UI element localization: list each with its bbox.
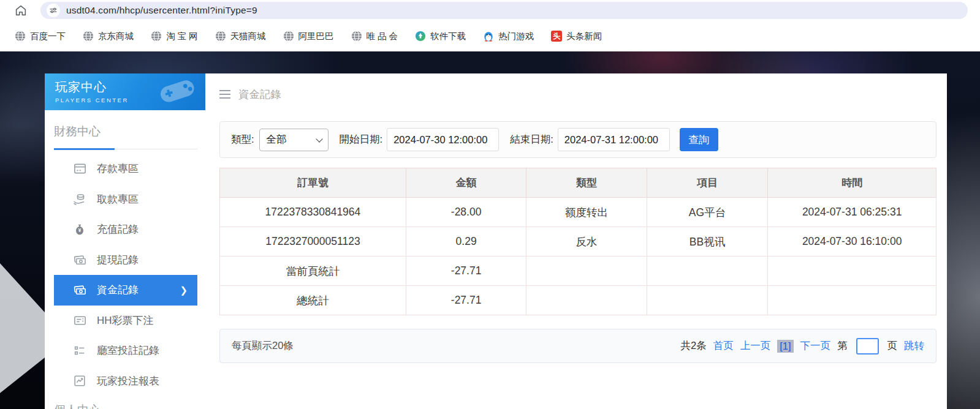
bookmark-item[interactable]: 京东商城 xyxy=(74,27,142,45)
svg-text:¥: ¥ xyxy=(78,228,82,233)
query-button[interactable]: 查詢 xyxy=(680,128,718,151)
end-date-label: 結束日期: xyxy=(510,133,553,146)
bookmark-label: 天猫商城 xyxy=(230,31,266,42)
checklist-icon xyxy=(72,343,87,358)
site-settings-icon[interactable] xyxy=(47,4,60,17)
bookmark-label: 热门游戏 xyxy=(498,31,534,42)
bookmark-label: 软件下载 xyxy=(430,31,466,42)
globe-icon xyxy=(83,31,94,42)
first-page-link[interactable]: 首页 xyxy=(713,339,734,353)
bookmark-label: 京东商城 xyxy=(98,31,134,42)
bookmark-label: 百度一下 xyxy=(30,31,66,42)
table-row: 17223270000511230.29反水BB视讯2024-07-30 16:… xyxy=(220,227,936,257)
table-cell: 额度转出 xyxy=(526,198,647,227)
page-background: 玩家中心 PLAYERS CENTER 財務中心 xyxy=(0,51,980,409)
bookmark-item[interactable]: 天猫商城 xyxy=(207,27,275,45)
jump-page-input[interactable] xyxy=(856,338,879,355)
table-cell: 反水 xyxy=(526,227,647,257)
sidebar-item-label: 資金記錄 xyxy=(97,283,139,297)
sidebar-item-hall-bet-log[interactable]: 廳室投註記錄 xyxy=(54,336,197,366)
sidebar-item-hh-lottery-bet[interactable]: HH彩票下注 xyxy=(54,306,197,336)
jump-prefix-label: 第 xyxy=(837,339,848,353)
next-page-link[interactable]: 下一页 xyxy=(800,339,831,353)
report-chart-icon xyxy=(72,373,87,388)
sidebar-next-section-clipped: 個人中心 xyxy=(54,402,197,409)
deposit-card-icon xyxy=(72,162,87,176)
jump-link[interactable]: 跳转 xyxy=(904,339,924,353)
globe-icon xyxy=(151,31,162,42)
sidebar-item-withdraw-zone[interactable]: 取款專區 xyxy=(54,184,197,215)
bookmark-item[interactable]: 软件下载 xyxy=(406,27,474,45)
globe-icon xyxy=(283,31,294,42)
prev-page-link[interactable]: 上一页 xyxy=(740,339,771,353)
column-header: 金額 xyxy=(406,168,526,198)
sidebar-item-player-report[interactable]: 玩家投注報表 xyxy=(54,366,197,397)
home-icon[interactable] xyxy=(13,3,28,18)
main-area: 資金記錄 類型: 全部 開始日期: 結束日期: 查詢 訂單號金額類型項目時間17… xyxy=(205,73,953,409)
bookmark-label: 头条新闻 xyxy=(566,31,602,42)
table-cell: -27.71 xyxy=(406,257,526,286)
table-cell: 1722327000051123 xyxy=(220,227,406,257)
bookmark-item[interactable]: 热门游戏 xyxy=(474,27,542,45)
table-cell xyxy=(768,257,936,286)
bookmark-item[interactable]: 唯 品 会 xyxy=(343,27,407,45)
bookmark-label: 唯 品 会 xyxy=(367,31,398,42)
funds-icon xyxy=(72,283,87,298)
table-row: 1722378330841964-28.00额度转出AG平台2024-07-31… xyxy=(220,198,936,227)
start-date-label: 開始日期: xyxy=(340,133,383,146)
type-label: 類型: xyxy=(231,133,254,146)
bookmark-label: 阿里巴巴 xyxy=(298,31,334,42)
sidebar-item-label: 取款專區 xyxy=(97,192,139,206)
sidebar-item-label: 玩家投注報表 xyxy=(97,374,159,388)
toutiao-icon: 头 xyxy=(551,31,562,42)
bookmark-item[interactable]: 阿里巴巴 xyxy=(275,27,343,45)
funds-record-table: 訂單號金額類型項目時間1722378330841964-28.00额度转出AG平… xyxy=(219,168,936,315)
sidebar-item-deposit-zone[interactable]: 存款專區 xyxy=(54,154,197,184)
table-cell xyxy=(647,286,768,315)
table-cell: AG平台 xyxy=(647,198,768,227)
table-cell xyxy=(768,286,936,315)
url-text: usdt04.com/hhcp/usercenter.html?iniType=… xyxy=(66,5,257,16)
table-cell: 2024-07-30 16:10:00 xyxy=(768,227,936,257)
globe-icon xyxy=(351,31,362,42)
table-cell: 總統計 xyxy=(220,286,406,315)
sidebar-item-label: HH彩票下注 xyxy=(97,313,154,328)
sidebar-item-label: 充值記錄 xyxy=(97,222,139,236)
software-download-icon xyxy=(415,31,426,42)
bookmark-item[interactable]: 淘 宝 网 xyxy=(142,27,207,45)
table-cell: 0.29 xyxy=(406,227,526,257)
section-underline xyxy=(54,148,197,149)
total-count-text: 共2条 xyxy=(680,339,706,353)
bookmarks-bar: 百度一下京东商城淘 宝 网天猫商城阿里巴巴唯 品 会软件下载热门游戏头头条新闻 xyxy=(0,21,980,51)
end-date-input[interactable] xyxy=(558,128,670,151)
table-cell: BB视讯 xyxy=(647,227,768,257)
table-row: 總統計-27.71 xyxy=(220,286,936,315)
page-title: 資金記錄 xyxy=(238,87,281,102)
table-cell xyxy=(526,257,647,286)
globe-icon xyxy=(215,31,226,42)
sidebar-item-recharge-log[interactable]: ¥充值記錄 xyxy=(54,214,197,245)
table-cell: 當前頁統計 xyxy=(220,257,406,286)
sidebar-item-withdraw-log[interactable]: 提現記錄 xyxy=(54,245,197,276)
table-cell: 1722378330841964 xyxy=(220,198,406,227)
column-header: 訂單號 xyxy=(220,168,406,198)
page-size-text: 每頁顯示20條 xyxy=(232,339,294,353)
table-cell: -28.00 xyxy=(406,198,526,227)
penguin-icon xyxy=(483,31,494,42)
bookmark-item[interactable]: 头头条新闻 xyxy=(542,27,610,45)
pagination-bar: 每頁顯示20條 共2条 首页 上一页 [1] 下一页 第 页 跳转 xyxy=(219,329,936,363)
bookmark-label: 淘 宝 网 xyxy=(166,31,198,42)
sidebar-section-finance: 財務中心 xyxy=(54,124,197,149)
bookmark-item[interactable]: 百度一下 xyxy=(6,27,74,45)
ticket-list-icon xyxy=(72,313,87,328)
table-cell xyxy=(526,286,647,315)
hamburger-icon[interactable] xyxy=(219,90,230,99)
sidebar-item-funds-log[interactable]: 資金記錄❯ xyxy=(54,275,197,306)
start-date-input[interactable] xyxy=(387,128,499,151)
sidebar-item-label: 提現記錄 xyxy=(97,253,139,267)
table-cell xyxy=(647,257,768,286)
table-row: 當前頁統計-27.71 xyxy=(220,257,936,286)
sidebar: 玩家中心 PLAYERS CENTER 財務中心 xyxy=(45,73,205,409)
url-bar[interactable]: usdt04.com/hhcp/usercenter.html?iniType=… xyxy=(40,2,968,19)
filter-panel: 類型: 全部 開始日期: 結束日期: 查詢 xyxy=(219,121,936,158)
